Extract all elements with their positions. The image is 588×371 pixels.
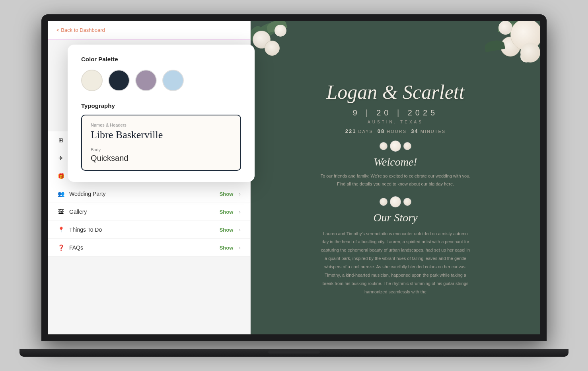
wedding-party-label: Wedding Party <box>69 191 220 197</box>
swatch-cream[interactable] <box>81 70 103 91</box>
registry-icon: 🎁 <box>57 173 64 179</box>
gallery-arrow: › <box>239 209 241 215</box>
gallery-label: Gallery <box>69 209 220 215</box>
things-to-do-arrow: › <box>239 227 241 233</box>
things-to-do-icon: 📍 <box>57 227 64 233</box>
things-to-do-label: Things To Do <box>69 227 220 233</box>
typography-card-title: Typography <box>81 102 241 109</box>
welcome-title: Welcome! <box>374 156 417 168</box>
travel-icon: ✈ <box>57 155 64 161</box>
sidebar-header: < Back to Dashboard <box>48 21 250 40</box>
countdown: 221 DAYS 08 HOURS 34 MINUTES <box>345 128 446 134</box>
wedding-party-arrow: › <box>239 191 241 197</box>
swatch-navy[interactable] <box>108 70 130 91</box>
nav-item-faqs[interactable]: ❓ FAQs Show › <box>48 239 250 257</box>
countdown-days-label: DAYS <box>358 129 373 134</box>
laptop-base <box>19 349 569 357</box>
gallery-show[interactable]: Show <box>220 209 234 215</box>
body-font-name: Quicksand <box>91 154 232 163</box>
palette-card: Color Palette Typography Names & Headers… <box>68 45 255 182</box>
things-to-do-show[interactable]: Show <box>220 227 234 233</box>
countdown-minutes-value: 34 <box>411 128 418 134</box>
countdown-hours-label: HOURS <box>387 129 407 134</box>
story-title: Our Story <box>373 211 417 224</box>
faqs-show[interactable]: Show <box>220 245 234 251</box>
floral-divider-2 <box>380 196 411 207</box>
swatch-mauve[interactable] <box>135 70 157 91</box>
faqs-label: FAQs <box>69 244 220 251</box>
floral-divider-1 <box>380 141 411 152</box>
wedding-location: AUSTIN, TEXAS <box>368 120 423 124</box>
headers-font-label: Names & Headers <box>91 123 232 127</box>
faqs-icon: ❓ <box>57 244 64 251</box>
nav-item-wedding-party[interactable]: 👥 Wedding Party Show › <box>48 185 250 203</box>
story-text: Lauren and Timothy's serendipitous encou… <box>316 230 475 296</box>
swatch-light-blue[interactable] <box>162 70 184 91</box>
gallery-icon: 🖼 <box>57 209 64 215</box>
body-font-label: Body <box>91 147 232 152</box>
color-swatches <box>81 70 241 91</box>
countdown-hours-value: 08 <box>378 128 385 134</box>
back-link[interactable]: < Back to Dashboard <box>56 27 105 33</box>
wedding-content: Logan & Scarlett 9 | 20 | 2025 AUSTIN, T… <box>251 84 540 308</box>
typography-box: Names & Headers Libre Baskerville Body Q… <box>81 115 241 171</box>
palette-card-title: Color Palette <box>81 56 241 62</box>
schedule-icon: ⊞ <box>57 137 64 143</box>
countdown-minutes-label: MINUTES <box>421 129 446 134</box>
wedding-date: 9 | 20 | 2025 <box>353 108 438 117</box>
welcome-text: To our friends and family: We're so exci… <box>320 172 471 188</box>
laptop-body: < Back to Dashboard ⊞ Schedule Show › <box>41 14 547 341</box>
laptop-screen: < Back to Dashboard ⊞ Schedule Show › <box>48 21 540 334</box>
nav-item-things-to-do[interactable]: 📍 Things To Do Show › <box>48 221 250 239</box>
faqs-arrow: › <box>239 244 241 251</box>
floral-header <box>251 21 540 84</box>
countdown-days-value: 221 <box>345 128 356 134</box>
wedding-party-show[interactable]: Show <box>220 191 234 197</box>
headers-font-name: Libre Baskerville <box>91 129 232 141</box>
wedding-site-preview: Logan & Scarlett 9 | 20 | 2025 AUSTIN, T… <box>251 21 540 334</box>
nav-item-gallery[interactable]: 🖼 Gallery Show › <box>48 203 250 221</box>
wedding-party-icon: 👥 <box>57 191 64 197</box>
